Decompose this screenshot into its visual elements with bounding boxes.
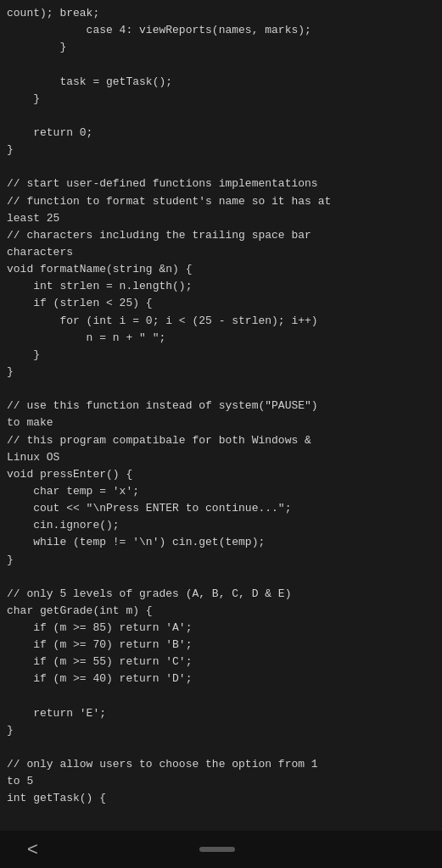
code-display: count); break; case 4: viewReports(names… xyxy=(0,0,442,831)
bottom-navigation-bar: < xyxy=(0,831,442,868)
back-button[interactable]: < xyxy=(17,835,48,864)
home-indicator[interactable] xyxy=(199,847,235,852)
